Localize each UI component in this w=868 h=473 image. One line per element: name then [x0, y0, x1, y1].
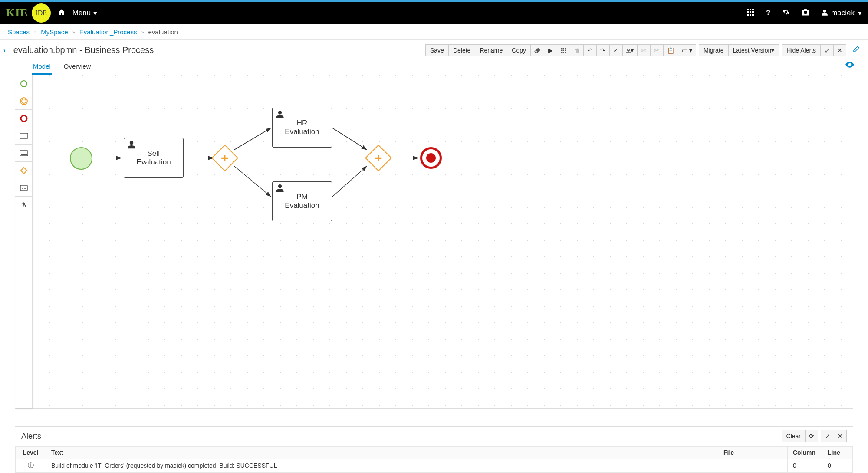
- svg-rect-4: [750, 11, 751, 13]
- table-row[interactable]: ⓘ Build of module 'IT_Orders' (requested…: [16, 459, 853, 473]
- user-menu[interactable]: maciek ▾: [822, 9, 862, 18]
- delete-button[interactable]: Delete: [448, 44, 475, 56]
- palette-data-object[interactable]: [15, 179, 32, 197]
- svg-rect-5: [752, 11, 754, 13]
- copy-button[interactable]: Copy: [507, 44, 530, 56]
- close-icon[interactable]: ✕: [833, 44, 846, 56]
- palette-service-task[interactable]: [15, 197, 32, 214]
- alert-line: 0: [822, 459, 853, 473]
- flow-connectors: [33, 75, 640, 335]
- palette-gateway[interactable]: [15, 162, 32, 179]
- bpmn-task-hr-evaluation[interactable]: HR Evaluation: [272, 108, 332, 148]
- expand-sidebar-icon[interactable]: ›: [3, 47, 6, 54]
- apps-icon[interactable]: [747, 9, 754, 17]
- breadcrumb-link[interactable]: Evaluation_Process: [79, 28, 137, 36]
- svg-line-35: [332, 128, 367, 150]
- download-icon[interactable]: ▾: [622, 44, 637, 56]
- cut-icon[interactable]: ✄: [637, 44, 650, 56]
- clear-button[interactable]: Clear: [782, 430, 805, 442]
- tab-overview[interactable]: Overview: [63, 58, 92, 75]
- bpmn-task-pm-evaluation[interactable]: PM Evaluation: [272, 181, 332, 221]
- camera-icon[interactable]: [802, 9, 809, 17]
- layout-icon[interactable]: ▭ ▾: [678, 44, 696, 56]
- palette-subprocess[interactable]: [15, 145, 32, 162]
- svg-rect-0: [747, 9, 749, 10]
- svg-rect-12: [561, 49, 562, 51]
- task-label: HR Evaluation: [285, 119, 319, 137]
- svg-rect-24: [21, 154, 27, 155]
- chevron-down-icon: ▾: [93, 9, 97, 18]
- hide-alerts-button[interactable]: Hide Alerts: [782, 44, 820, 56]
- col-file: File: [718, 447, 788, 459]
- expand-icon[interactable]: ⤢: [821, 430, 834, 442]
- bpmn-start-event[interactable]: [70, 147, 92, 170]
- breadcrumb: Spaces » MySpace » Evaluation_Process » …: [0, 24, 868, 40]
- col-line: Line: [822, 447, 853, 459]
- bpmn-end-event[interactable]: [420, 147, 442, 169]
- eraser-icon[interactable]: [530, 44, 544, 56]
- palette-task[interactable]: [15, 127, 32, 145]
- palette: [15, 75, 33, 408]
- migrate-button[interactable]: Migrate: [699, 44, 728, 56]
- alert-column: 0: [788, 459, 822, 473]
- version-dropdown[interactable]: Latest Version ▾: [728, 44, 779, 56]
- svg-rect-1: [750, 9, 751, 10]
- svg-rect-26: [20, 185, 27, 191]
- gear-icon[interactable]: [783, 9, 789, 17]
- palette-end-event[interactable]: [15, 110, 32, 127]
- paste-icon[interactable]: 📋: [663, 44, 678, 56]
- svg-rect-2: [752, 9, 754, 10]
- close-icon[interactable]: ✕: [834, 430, 847, 442]
- page-title: evaluation.bpmn - Business Process: [13, 45, 425, 55]
- toolbar: Save Delete Rename Copy ▶ 🗑 ↶ ↷ ✓ ▾ ✄ ✂ …: [425, 44, 846, 56]
- svg-point-20: [22, 99, 26, 103]
- rename-button[interactable]: Rename: [475, 44, 507, 56]
- svg-rect-17: [565, 52, 566, 53]
- help-icon[interactable]: ?: [766, 9, 770, 17]
- redo-icon[interactable]: ↷: [596, 44, 609, 56]
- breadcrumb-current: evaluation: [148, 28, 178, 36]
- svg-rect-13: [563, 49, 564, 51]
- svg-point-18: [21, 81, 27, 87]
- user-task-icon: [276, 111, 284, 122]
- trash-icon[interactable]: 🗑: [570, 44, 583, 56]
- col-column: Column: [788, 447, 822, 459]
- scissors-icon[interactable]: ✂: [650, 44, 663, 56]
- edit-icon[interactable]: [852, 45, 860, 55]
- svg-rect-3: [747, 11, 749, 13]
- svg-line-36: [332, 166, 367, 197]
- palette-start-event[interactable]: [15, 75, 32, 92]
- svg-rect-6: [747, 14, 749, 16]
- tabs: Model Overview: [15, 58, 853, 75]
- grid-icon[interactable]: [557, 44, 570, 56]
- svg-rect-8: [752, 14, 754, 16]
- alerts-title: Alerts: [21, 432, 782, 441]
- breadcrumb-link[interactable]: Spaces: [8, 28, 30, 36]
- palette-intermediate-event[interactable]: [15, 92, 32, 110]
- person-icon: [822, 10, 828, 16]
- alerts-panel: Alerts Clear ⟳ ⤢ ✕ Level Text File Colum…: [15, 426, 853, 473]
- refresh-icon[interactable]: ⟳: [805, 430, 818, 442]
- tab-model[interactable]: Model: [32, 58, 52, 75]
- chevron-right-icon: »: [34, 30, 36, 35]
- user-task-icon: [128, 141, 135, 152]
- save-button[interactable]: Save: [425, 44, 448, 56]
- home-icon[interactable]: [58, 8, 66, 18]
- svg-rect-16: [563, 52, 564, 53]
- undo-icon[interactable]: ↶: [583, 44, 596, 56]
- check-icon[interactable]: ✓: [609, 44, 622, 56]
- menu-button[interactable]: Menu ▾: [72, 9, 98, 18]
- bpmn-task-self-evaluation[interactable]: Self Evaluation: [124, 138, 184, 178]
- svg-rect-14: [565, 49, 566, 51]
- col-text: Text: [46, 447, 718, 459]
- expand-icon[interactable]: ⤢: [820, 44, 833, 56]
- workspace: Self Evaluation + HR Evaluation PM Evalu…: [15, 75, 853, 409]
- col-level: Level: [16, 447, 46, 459]
- svg-point-21: [21, 115, 27, 122]
- canvas[interactable]: Self Evaluation + HR Evaluation PM Evalu…: [33, 75, 853, 408]
- play-icon[interactable]: ▶: [544, 44, 557, 56]
- breadcrumb-link[interactable]: MySpace: [41, 28, 68, 36]
- eye-icon[interactable]: [845, 61, 854, 70]
- svg-line-34: [234, 166, 271, 197]
- logo-kie: KIE: [6, 7, 28, 20]
